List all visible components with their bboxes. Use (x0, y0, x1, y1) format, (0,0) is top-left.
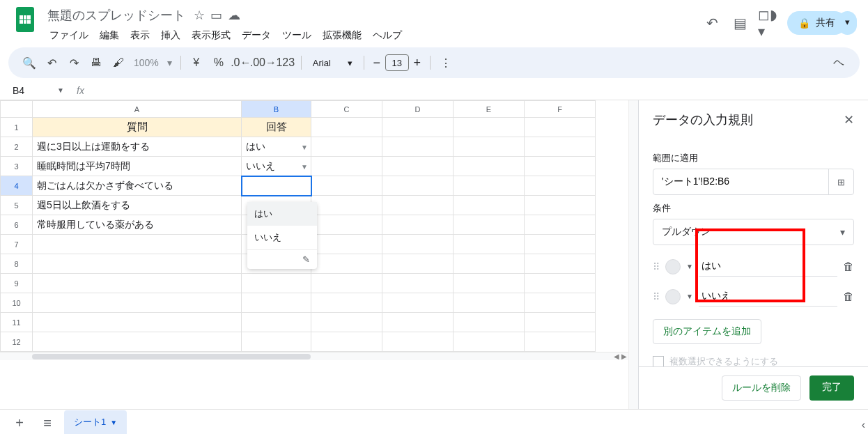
row-header[interactable]: 2 (1, 137, 33, 157)
cell[interactable] (242, 274, 311, 293)
cell-dropdown[interactable]: いいえ▼ (242, 157, 311, 176)
cell[interactable] (382, 215, 454, 235)
cell[interactable] (454, 137, 525, 157)
cell[interactable] (311, 215, 382, 235)
redo-icon[interactable]: ↷ (64, 53, 84, 72)
cell[interactable] (311, 137, 382, 157)
increase-font-icon[interactable]: + (410, 54, 424, 71)
menu-insert[interactable]: 挿入 (156, 26, 185, 45)
search-icon[interactable]: 🔍 (20, 53, 39, 72)
chevron-down-icon[interactable]: ▼ (686, 293, 693, 300)
dropdown-option[interactable]: いいえ (247, 226, 317, 249)
row-header[interactable]: 6 (1, 215, 33, 235)
chevron-down-icon[interactable]: ▼ (301, 162, 308, 170)
option-input[interactable] (699, 256, 837, 277)
cell[interactable]: 回答 (242, 118, 311, 137)
cell[interactable] (525, 313, 596, 332)
cell-dropdown[interactable]: はい▼ (242, 137, 311, 157)
multi-select-checkbox[interactable] (653, 356, 664, 366)
history-icon[interactable]: ↶ (704, 15, 720, 31)
cell[interactable] (525, 274, 596, 293)
cell[interactable] (33, 332, 242, 352)
cell[interactable] (382, 293, 454, 313)
drag-handle-icon[interactable]: ⠿ (653, 291, 660, 302)
col-header-D[interactable]: D (382, 101, 454, 118)
font-family-select[interactable]: Arial▾ (307, 58, 358, 68)
cell[interactable] (311, 196, 382, 215)
cell[interactable] (311, 118, 382, 137)
delete-icon[interactable]: 🗑 (843, 290, 854, 303)
cell[interactable] (33, 235, 242, 254)
cell[interactable] (525, 215, 596, 235)
cell[interactable] (525, 176, 596, 196)
name-box[interactable]: B4▼ (8, 85, 68, 96)
active-cell[interactable] (242, 176, 311, 196)
vertical-scrollbar[interactable] (628, 100, 638, 409)
cell[interactable] (242, 313, 311, 332)
row-header[interactable]: 7 (1, 235, 33, 254)
menu-data[interactable]: データ (237, 26, 276, 45)
cell[interactable] (311, 313, 382, 332)
cell[interactable] (525, 137, 596, 157)
decrease-decimal-icon[interactable]: .0← (231, 53, 251, 72)
cell[interactable]: 常時服用している薬がある (33, 215, 242, 235)
menu-tools[interactable]: ツール (277, 26, 316, 45)
cell[interactable] (525, 196, 596, 215)
sheet-tab[interactable]: シート1▼ (64, 410, 127, 434)
menu-extensions[interactable]: 拡張機能 (318, 26, 366, 45)
menu-help[interactable]: ヘルプ (368, 26, 407, 45)
cell[interactable] (311, 235, 382, 254)
cell[interactable] (382, 196, 454, 215)
cell[interactable] (454, 196, 525, 215)
cell[interactable] (454, 157, 525, 176)
cell[interactable] (454, 235, 525, 254)
cell[interactable]: 睡眠時間は平均7時間 (33, 157, 242, 176)
row-header[interactable]: 5 (1, 196, 33, 215)
col-header-C[interactable]: C (311, 101, 382, 118)
cell[interactable] (311, 157, 382, 176)
cell[interactable] (382, 235, 454, 254)
cell[interactable] (525, 332, 596, 352)
font-size-input[interactable]: 13 (385, 54, 409, 71)
row-header[interactable]: 3 (1, 157, 33, 176)
cell[interactable] (311, 332, 382, 352)
col-header-A[interactable]: A (33, 101, 242, 118)
increase-decimal-icon[interactable]: .00→ (254, 53, 273, 72)
move-icon[interactable]: ▭ (210, 8, 222, 23)
row-header[interactable]: 10 (1, 293, 33, 313)
cell[interactable] (33, 274, 242, 293)
comment-icon[interactable]: ▤ (731, 15, 748, 31)
percent-format[interactable]: % (209, 53, 228, 72)
cloud-icon[interactable]: ☁ (228, 8, 240, 23)
cell[interactable] (525, 235, 596, 254)
color-chip[interactable] (665, 289, 681, 304)
cell[interactable] (311, 254, 382, 274)
row-header[interactable]: 9 (1, 274, 33, 293)
sheets-logo[interactable] (11, 6, 39, 33)
row-header[interactable]: 1 (1, 118, 33, 137)
cell[interactable] (382, 157, 454, 176)
condition-select[interactable]: プルダウン▾ (653, 219, 854, 245)
cell[interactable] (454, 313, 525, 332)
row-header[interactable]: 8 (1, 254, 33, 274)
menu-format[interactable]: 表示形式 (187, 26, 235, 45)
cell[interactable] (242, 332, 311, 352)
cell[interactable] (454, 332, 525, 352)
grid-select-icon[interactable]: ⊞ (828, 169, 853, 194)
cell[interactable] (33, 254, 242, 274)
number-format[interactable]: 123 (276, 53, 295, 72)
select-all-corner[interactable] (1, 101, 33, 118)
formula-input[interactable] (93, 81, 865, 100)
dropdown-option[interactable]: はい (247, 202, 317, 226)
collapse-toolbar-icon[interactable]: ヘ (829, 53, 848, 72)
cell[interactable]: 質問 (33, 118, 242, 137)
delete-icon[interactable]: 🗑 (843, 261, 854, 273)
zoom-select[interactable]: 100% (131, 57, 162, 68)
cell[interactable] (454, 293, 525, 313)
cell[interactable] (525, 118, 596, 137)
paint-format-icon[interactable]: 🖌 (109, 53, 128, 72)
menu-view[interactable]: 表示 (125, 26, 155, 45)
cell[interactable] (311, 176, 382, 196)
cell[interactable] (454, 215, 525, 235)
cell[interactable] (525, 254, 596, 274)
